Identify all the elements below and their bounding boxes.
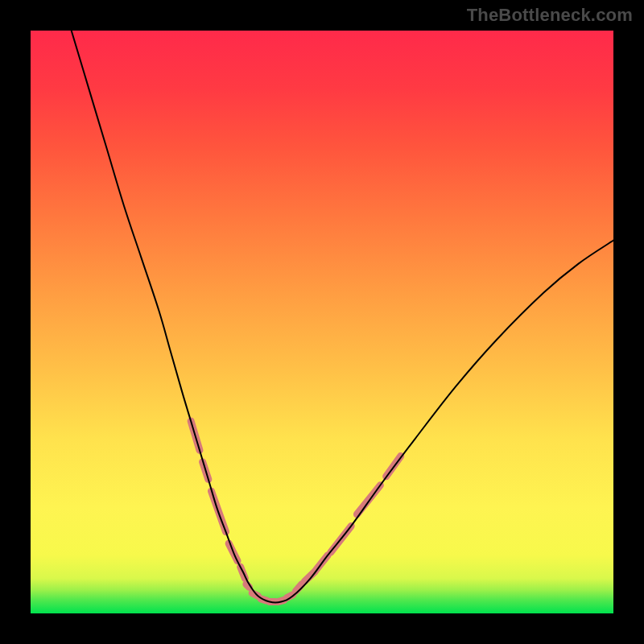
chart-svg	[31, 31, 613, 613]
chart-frame: TheBottleneck.com	[0, 0, 644, 644]
bottleneck-curve	[72, 31, 613, 602]
watermark-text: TheBottleneck.com	[467, 5, 633, 26]
plot-area	[31, 31, 613, 613]
highlight-layer	[191, 421, 401, 601]
